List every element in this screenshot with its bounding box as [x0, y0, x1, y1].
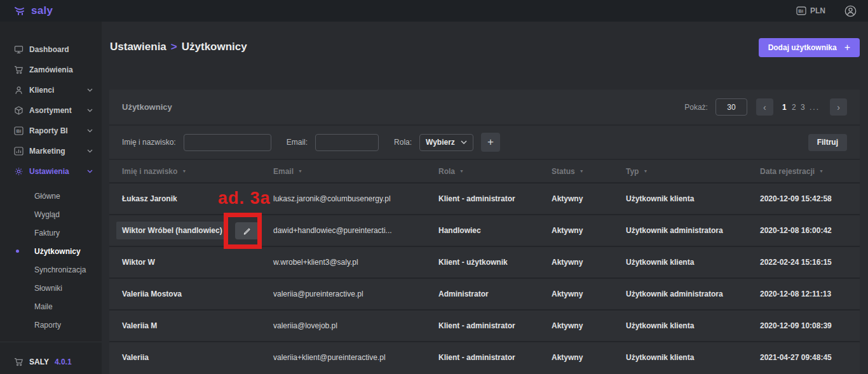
table-row[interactable]: Valeriia Mostova valeriia@pureinteractiv… — [109, 277, 860, 309]
add-filter-button[interactable]: + — [481, 133, 500, 152]
saly-logo-icon — [14, 6, 28, 16]
cell-name: Valeriia Mostova — [122, 290, 273, 298]
table-row[interactable]: Valeriia M valeriia@lovejob.pl Klient - … — [109, 309, 860, 341]
pencil-icon — [243, 227, 251, 235]
sidebar-item-label: Asortyment — [29, 106, 72, 115]
table-row[interactable]: Valeriia valeriia+klient@pureinteractive… — [109, 341, 860, 373]
cell-role: Klient - administrator — [438, 353, 552, 362]
cell-email: dawid+handlowiec@pureinteracti... — [273, 226, 438, 235]
cell-email: valeriia@lovejob.pl — [273, 321, 438, 330]
sort-icon: ▼ — [459, 169, 464, 173]
cart-icon — [14, 65, 24, 74]
sort-icon: ▼ — [643, 169, 648, 173]
sidebar-item-asortyment[interactable]: Asortyment — [0, 100, 102, 121]
cell-role: Klient - administrator — [438, 321, 552, 330]
table-row[interactable]: Wiktor Wróbel (handlowiec) dawid+handlow… — [109, 214, 860, 246]
sidebar-item-label: Zamówienia — [29, 65, 73, 74]
logo-text: saly — [31, 4, 53, 17]
currency-label: PLN — [810, 6, 825, 15]
sort-icon: ▼ — [819, 169, 824, 173]
cell-name: Wiktor W — [122, 258, 273, 267]
profile-icon[interactable] — [844, 5, 857, 17]
table-row[interactable]: Łukasz Jaronik lukasz.jaronik@columbusen… — [109, 182, 860, 214]
submenu-item-uzytkownicy[interactable]: Użytkownicy — [0, 242, 102, 260]
sidebar-item-klienci[interactable]: Klienci — [0, 80, 102, 100]
cell-email: w.wrobel+klient3@saly.pl — [273, 258, 438, 267]
filter-row: Imię i nazwisko: Email: Rola: Wybierz + … — [109, 126, 860, 160]
column-header-registered[interactable]: Data rejestracji▼ — [760, 167, 847, 176]
chevron-down-icon — [87, 129, 93, 133]
pagination-next-button[interactable]: › — [830, 98, 847, 116]
plus-icon: + — [844, 42, 850, 53]
column-header-name[interactable]: Imię i nazwisko▼ — [122, 167, 273, 176]
pagination-other-pages[interactable]: 2 3 ... — [792, 103, 820, 112]
user-name: Łukasz Jaronik — [122, 194, 177, 203]
filter-email-input[interactable] — [315, 134, 379, 151]
sidebar-item-dashboard[interactable]: Dashboard — [0, 39, 102, 60]
pagination-current-page[interactable]: 1 — [782, 103, 787, 112]
filter-name-label: Imię i nazwisko: — [122, 138, 176, 147]
cell-name: Valeriia — [122, 353, 273, 362]
cell-status: Aktywny — [552, 258, 626, 267]
submenu-item-synchronizacja[interactable]: Synchronizacja — [0, 260, 102, 279]
breadcrumb-parent[interactable]: Ustawienia — [110, 41, 166, 53]
sidebar-item-raporty-bi[interactable]: Bi Raporty BI — [0, 121, 102, 141]
cube-icon — [14, 106, 24, 115]
sidebar-footer: SALY 4.0.1 — [0, 357, 102, 366]
column-header-role[interactable]: Rola▼ — [438, 167, 552, 176]
cell-registered: 2020-12-08 12:11:13 — [760, 290, 847, 298]
column-header-email[interactable]: Email▼ — [273, 167, 438, 176]
submenu-item-slowniki[interactable]: Słowniki — [0, 279, 102, 297]
cell-role: Handlowiec — [438, 226, 552, 235]
currency-selector[interactable]: Bi PLN — [796, 6, 825, 15]
sidebar-item-label: Dashboard — [29, 45, 69, 54]
pagination-prev-button[interactable]: ‹ — [756, 98, 773, 116]
svg-text:Bi: Bi — [798, 8, 803, 14]
cell-status: Aktywny — [552, 194, 626, 203]
filter-submit-button[interactable]: Filtruj — [808, 134, 847, 151]
sort-icon: ▼ — [298, 169, 302, 173]
footer-brand: SALY — [29, 357, 49, 366]
cell-type: Użytkownik administratora — [626, 290, 760, 298]
cell-status: Aktywny — [552, 321, 626, 330]
submenu-label: Wygląd — [34, 210, 60, 219]
sidebar-item-marketing[interactable]: Marketing — [0, 141, 102, 161]
filter-role-select[interactable]: Wybierz — [419, 134, 473, 151]
submenu-label: Użytkownicy — [34, 247, 81, 256]
submenu-item-faktury[interactable]: Faktury — [0, 224, 102, 242]
chevron-down-icon — [87, 109, 93, 112]
page-size-input[interactable] — [715, 98, 747, 116]
pagination-controls: Pokaż: ‹ 1 2 3 ... › — [684, 98, 847, 116]
app-logo[interactable]: saly — [14, 4, 53, 17]
sort-icon: ▼ — [182, 169, 186, 173]
topbar-right: Bi PLN — [796, 5, 857, 17]
filter-role-value: Wybierz — [426, 138, 455, 147]
chevron-down-icon — [87, 149, 93, 153]
sidebar-item-zamowienia[interactable]: Zamówienia — [0, 60, 102, 80]
submenu-item-wyglad[interactable]: Wygląd — [0, 205, 102, 224]
submenu-item-maile[interactable]: Maile — [0, 297, 102, 316]
filter-name-input[interactable] — [184, 134, 271, 151]
column-header-status[interactable]: Status▼ — [552, 167, 626, 176]
submenu-item-raporty[interactable]: Raporty — [0, 316, 102, 334]
cell-role: Administrator — [438, 290, 552, 298]
cell-registered: 2022-02-24 15:16:15 — [760, 258, 847, 267]
footer-version: 4.0.1 — [55, 357, 72, 366]
users-panel: Użytkownicy Pokaż: ‹ 1 2 3 ... › Imię i … — [109, 90, 860, 374]
edit-user-button[interactable] — [235, 222, 259, 239]
table-row[interactable]: Wiktor W w.wrobel+klient3@saly.pl Klient… — [109, 246, 860, 277]
column-header-type[interactable]: Typ▼ — [626, 167, 760, 176]
sidebar-item-ustawienia[interactable]: Ustawienia — [0, 161, 102, 182]
user-name: Valeriia Mostova — [122, 290, 182, 298]
add-user-button[interactable]: Dodaj użytkownika + — [759, 38, 860, 57]
chevron-down-icon — [461, 140, 467, 144]
settings-submenu: Główne Wygląd Faktury Użytkownicy Synchr… — [0, 182, 102, 334]
sidebar: Dashboard Zamówienia Klienci — [0, 22, 102, 374]
cell-registered: 2020-12-09 15:42:58 — [760, 194, 847, 203]
user-name: Valeriia — [122, 353, 149, 362]
cell-status: Aktywny — [552, 353, 626, 362]
cell-email: lukasz.jaronik@columbusenergy.pl — [273, 194, 438, 203]
submenu-item-glowne[interactable]: Główne — [0, 187, 102, 205]
sidebar-item-label: Raporty BI — [29, 126, 68, 135]
panel-header: Użytkownicy Pokaż: ‹ 1 2 3 ... › — [109, 90, 860, 126]
